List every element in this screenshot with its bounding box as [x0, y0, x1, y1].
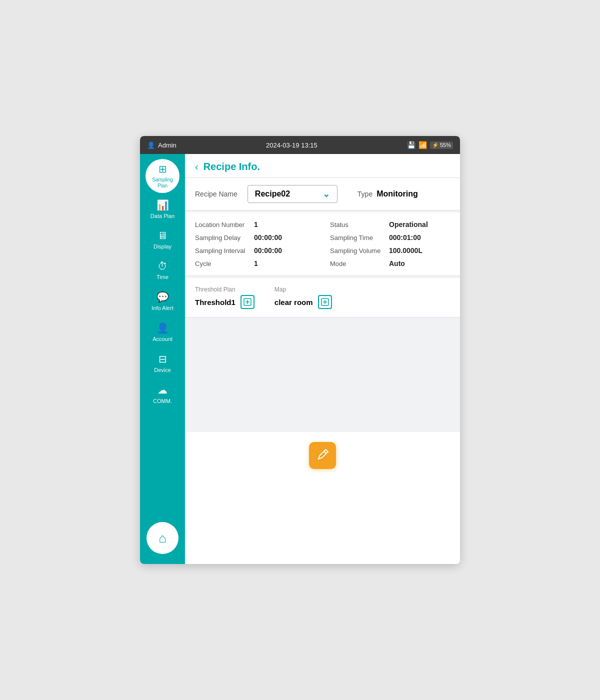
sidebar-label-data-plan: Data Plan — [150, 213, 174, 219]
recipe-value: Recipe02 — [255, 190, 290, 198]
status-label: Status — [330, 221, 385, 228]
sampling-interval-label: Sampling Interval — [195, 247, 250, 254]
sd-icon: 💾 — [407, 141, 416, 149]
map-val-row: clear room — [274, 295, 332, 309]
threshold-block: Threshold Plan Threshold1 — [195, 286, 254, 309]
device-icon: ⊟ — [158, 353, 167, 365]
sidebar-label-comm: COMM. — [153, 398, 172, 404]
recipe-selector-row: Recipe Name Recipe02 ⌄ Type Monitoring — [185, 178, 460, 210]
sampling-volume-value: 100.0000L — [389, 246, 422, 254]
sampling-plan-icon: ⊞ — [158, 163, 167, 175]
info-alert-icon: 💬 — [156, 291, 169, 303]
sidebar-label-info-alert: Info Alert — [152, 305, 173, 311]
location-number-label: Location Number — [195, 221, 250, 228]
username: Admin — [158, 142, 176, 149]
content-header: ‹ Recipe Info. — [185, 154, 460, 178]
account-icon: 👤 — [156, 322, 169, 334]
sidebar-item-info-alert[interactable]: 💬 Info Alert — [142, 286, 182, 316]
recipe-name-label: Recipe Name — [195, 190, 238, 198]
sidebar-label-time: Time — [156, 274, 168, 280]
sidebar-item-display[interactable]: 🖥 Display — [142, 225, 182, 254]
sidebar-item-time[interactable]: ⏱ Time — [142, 256, 182, 285]
edit-section — [185, 432, 460, 564]
status-bar: 👤 Admin 2024-03-19 13:15 💾 📶 ⚡ 55% — [140, 136, 460, 154]
signal-icon: 📶 — [418, 141, 427, 149]
location-number-value: 1 — [254, 220, 258, 228]
mode-label: Mode — [330, 260, 385, 268]
content-area: ‹ Recipe Info. Recipe Name Recipe02 ⌄ Ty… — [185, 154, 460, 564]
sidebar-item-device[interactable]: ⊟ Device — [142, 348, 182, 378]
status-row: Status Operational — [330, 220, 450, 228]
datetime: 2024-03-19 13:15 — [266, 142, 318, 149]
cycle-label: Cycle — [195, 260, 250, 268]
threshold-map-section: Threshold Plan Threshold1 Map — [185, 278, 460, 318]
threshold-label: Threshold Plan — [195, 286, 254, 293]
content-spacer — [185, 318, 460, 430]
sampling-interval-row: Sampling Interval 00:00:00 — [195, 246, 315, 254]
sampling-interval-value: 00:00:00 — [254, 246, 282, 254]
sidebar: ⊞ SamplingPlan 📊 Data Plan 🖥 Display ⏱ T… — [140, 154, 185, 564]
type-row: Type Monitoring — [358, 190, 418, 198]
battery-pct: 55% — [440, 142, 451, 148]
type-value: Monitoring — [376, 190, 418, 198]
sampling-delay-value: 00:00:00 — [254, 234, 282, 242]
display-icon: 🖥 — [158, 230, 168, 242]
home-button[interactable]: ⌂ — [146, 522, 178, 554]
status-bar-right: 💾 📶 ⚡ 55% — [407, 141, 453, 149]
sampling-volume-row: Sampling Volume 100.0000L — [330, 246, 450, 254]
map-block: Map clear room — [274, 286, 332, 309]
threshold-icon-btn[interactable] — [240, 295, 254, 309]
sidebar-label-account: Account — [152, 336, 172, 342]
sampling-time-value: 000:01:00 — [389, 234, 421, 242]
info-grid: Location Number 1 Status Operational Sam… — [185, 212, 460, 276]
sidebar-item-sampling-plan[interactable]: ⊞ SamplingPlan — [146, 159, 180, 193]
battery-indicator: ⚡ 55% — [430, 142, 453, 149]
dropdown-arrow-icon: ⌄ — [322, 188, 330, 200]
mode-row: Mode Auto — [330, 260, 450, 268]
data-plan-icon: 📊 — [156, 199, 169, 211]
edit-button[interactable] — [309, 442, 336, 469]
cycle-value: 1 — [254, 260, 258, 268]
mode-value: Auto — [389, 260, 405, 268]
type-label: Type — [358, 190, 372, 198]
sidebar-item-account[interactable]: 👤 Account — [142, 317, 182, 347]
sampling-time-row: Sampling Time 000:01:00 — [330, 234, 450, 242]
location-number-row: Location Number 1 — [195, 220, 315, 228]
device-frame: 👤 Admin 2024-03-19 13:15 💾 📶 ⚡ 55% ⊞ Sam… — [140, 136, 460, 564]
sampling-volume-label: Sampling Volume — [330, 247, 385, 254]
threshold-val-row: Threshold1 — [195, 295, 254, 309]
map-icon-btn[interactable] — [318, 295, 332, 309]
sidebar-label-device: Device — [154, 367, 171, 373]
status-bar-left: 👤 Admin — [147, 142, 176, 149]
time-icon: ⏱ — [158, 260, 168, 272]
cycle-row: Cycle 1 — [195, 260, 315, 268]
page-title: Recipe Info. — [204, 161, 260, 172]
sidebar-label-sampling-plan: SamplingPlan — [152, 177, 173, 189]
map-label: Map — [274, 286, 332, 293]
recipe-dropdown[interactable]: Recipe02 ⌄ — [248, 185, 338, 203]
sampling-delay-row: Sampling Delay 00:00:00 — [195, 234, 315, 242]
back-button[interactable]: ‹ — [195, 161, 198, 172]
sampling-time-label: Sampling Time — [330, 234, 385, 242]
main-layout: ⊞ SamplingPlan 📊 Data Plan 🖥 Display ⏱ T… — [140, 154, 460, 564]
sidebar-item-comm[interactable]: ☁ COMM. — [142, 379, 182, 409]
sidebar-item-data-plan[interactable]: 📊 Data Plan — [142, 194, 182, 224]
status-value: Operational — [389, 220, 428, 228]
home-icon: ⌂ — [158, 530, 166, 546]
sidebar-label-display: Display — [154, 244, 172, 250]
lightning-icon: ⚡ — [432, 142, 439, 148]
user-icon: 👤 — [147, 142, 155, 149]
threshold-value: Threshold1 — [195, 298, 236, 306]
map-value: clear room — [274, 298, 313, 306]
sampling-delay-label: Sampling Delay — [195, 234, 250, 242]
comm-icon: ☁ — [158, 384, 168, 396]
